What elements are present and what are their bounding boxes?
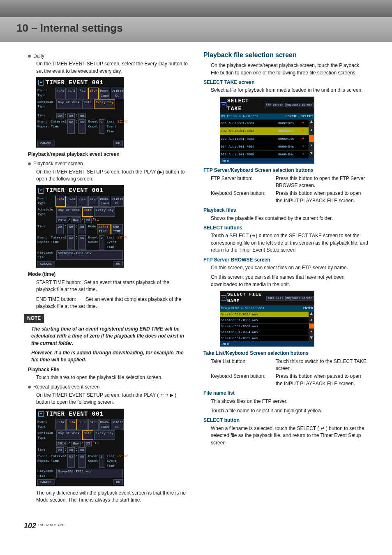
- mode-time-head: Mode (time): [28, 271, 189, 278]
- select-buttons-title: SELECT buttons: [203, 224, 368, 231]
- keyboard-screen-button[interactable]: Keyboard Screen: [285, 296, 314, 301]
- playback-files-title: Playback files: [203, 207, 368, 214]
- page-number: 102: [24, 522, 36, 530]
- start-time-button[interactable]: START TIME: [97, 224, 111, 234]
- bullet-playback-event: Playback event screen: [28, 160, 189, 167]
- browse-screen: ↩ SELECT FILE NAME Take List Keyboard Sc…: [220, 291, 314, 347]
- every-day-button[interactable]: Every Day: [94, 99, 115, 109]
- evtype-rec[interactable]: REC: [78, 88, 88, 99]
- playback-repeat-head: Playback/repeat playback event screen: [28, 151, 189, 158]
- repeat-body1: On the TIMER EVENT SETUP screen, touch t…: [36, 392, 189, 406]
- take-row[interactable]: 002 Audio001-T0020h00m04s➜: [220, 127, 309, 135]
- back-icon[interactable]: ↩: [38, 411, 44, 417]
- right-column: Playback file selection screen On the pl…: [203, 50, 368, 506]
- intro: On the playback events/repeat playback s…: [211, 62, 368, 76]
- timer-screen-daily: ↩TIMER EVENT 001 Event Type PLAY PLAY RE…: [36, 77, 124, 148]
- top-grey-bar: [0, 0, 392, 17]
- select-arrow-icon[interactable]: ➜: [298, 120, 308, 127]
- playback-event-label: Playback event screen: [33, 160, 83, 167]
- section-title: Playback file selection screen: [203, 50, 368, 60]
- bullet-daily: Daily: [28, 53, 189, 60]
- playback-file-head: Playback File: [28, 366, 189, 373]
- left-column: Daily On the TIMER EVENT SETUP screen, s…: [24, 50, 189, 506]
- playback-file-field[interactable]: Scene001-T001.wav: [56, 250, 123, 260]
- bullet-repeat: Repeat playback event screen: [28, 384, 189, 391]
- playback-event-body: On the TIMER EVENT SETUP screen, touch t…: [36, 169, 189, 183]
- keyboard-screen-button[interactable]: Keyboard Screen: [285, 103, 314, 107]
- file-row[interactable]: Session001-T005.wav: [220, 335, 309, 341]
- file-row[interactable]: Session001-T002.wav: [220, 317, 309, 323]
- file-row[interactable]: Session001-T001.wav: [220, 311, 309, 317]
- bullet-icon: [28, 162, 31, 165]
- take-row[interactable]: 003 Audio001-T0030h00m14s➜: [220, 135, 309, 143]
- end-time-button[interactable]: END TIME: [111, 224, 123, 234]
- evtype-playloop[interactable]: PLAY: [67, 88, 77, 99]
- note-p2: However, if a file is added through down…: [31, 349, 189, 364]
- note-label: NOTE: [24, 314, 44, 323]
- timer-screen-repeat: ↩TIMER EVENT 001 Event Type PLAY PLAY RE…: [36, 409, 124, 486]
- take-row[interactable]: 005 Audio001-T0050h00m04s➜: [220, 150, 309, 158]
- chapter-title-band: 10 – Internal settings: [0, 17, 392, 42]
- page-footer: 102 TASCAM HS-20: [0, 515, 392, 541]
- take-list-button[interactable]: Take List: [266, 296, 284, 301]
- scrollbar[interactable]: ⯅▲▼⯆: [309, 311, 314, 341]
- playback-file-body: Touch this area to open the playback fil…: [36, 374, 189, 381]
- info-button[interactable]: INFO: [220, 341, 314, 347]
- repeat-label: Repeat playback event screen: [33, 384, 99, 391]
- evtype-download[interactable]: Down-load: [99, 88, 110, 99]
- back-icon[interactable]: ↩: [221, 295, 226, 301]
- note-p1: The starting time of an event registered…: [31, 326, 189, 347]
- daily-body: On the TIMER EVENT SETUP screen, select …: [36, 60, 189, 75]
- select-button-title: SELECT button: [203, 417, 368, 424]
- bullet-daily-label: Daily: [33, 53, 44, 60]
- timer-screen-playback: ↩TIMER EVENT 001 Event Type PLAY PLAY RE…: [36, 185, 124, 268]
- cancel-button[interactable]: CANCEL: [37, 141, 55, 146]
- select-take-body: Select a file for playback from media lo…: [211, 87, 368, 94]
- evtype-play[interactable]: PLAY: [55, 88, 66, 99]
- repeat-body2: The only difference with the playback ev…: [36, 490, 189, 504]
- take-row[interactable]: 004 Audio001-T0040h00m04s➜: [220, 143, 309, 150]
- select-take-screen: ↩ SELECT TAKE FTP Server Keyboard Screen…: [220, 97, 314, 164]
- take-kb-title: Take List/Keyboard Screen selection butt…: [203, 350, 368, 357]
- take-row[interactable]: 001 Audio001-T0010h00m07s➜: [220, 119, 309, 127]
- info-button[interactable]: INFO: [220, 158, 314, 164]
- file-row[interactable]: Session001-T004.wav: [220, 329, 309, 335]
- chapter-title: 10 – Internal settings: [16, 21, 376, 36]
- file-list-title: File name list: [203, 390, 368, 397]
- model-name: TASCAM HS-20: [37, 523, 64, 527]
- bullet-icon: [28, 386, 31, 388]
- back-icon[interactable]: ↩: [38, 188, 44, 194]
- file-row[interactable]: Session001-T003.wav: [220, 323, 309, 329]
- ftp-kb-title: FTP Server/Keyboard Screen selection but…: [203, 167, 368, 174]
- back-icon[interactable]: ↩: [38, 80, 44, 86]
- ok-button[interactable]: OK: [113, 141, 123, 146]
- back-icon[interactable]: ↩: [221, 102, 226, 108]
- scrollbar[interactable]: ⯅▲▼⯆: [309, 119, 314, 158]
- select-take-title: SELECT TAKE screen: [203, 79, 368, 86]
- browse-title: FTP Server BROWSE screen: [203, 257, 368, 264]
- bullet-icon: [28, 55, 31, 58]
- two-columns: Daily On the TIMER EVENT SETUP screen, s…: [0, 42, 392, 515]
- ftp-server-button[interactable]: FTP Server: [265, 103, 284, 107]
- evtype-stop[interactable]: STOP: [88, 88, 99, 99]
- evtype-delete[interactable]: Delete DL: [111, 88, 124, 99]
